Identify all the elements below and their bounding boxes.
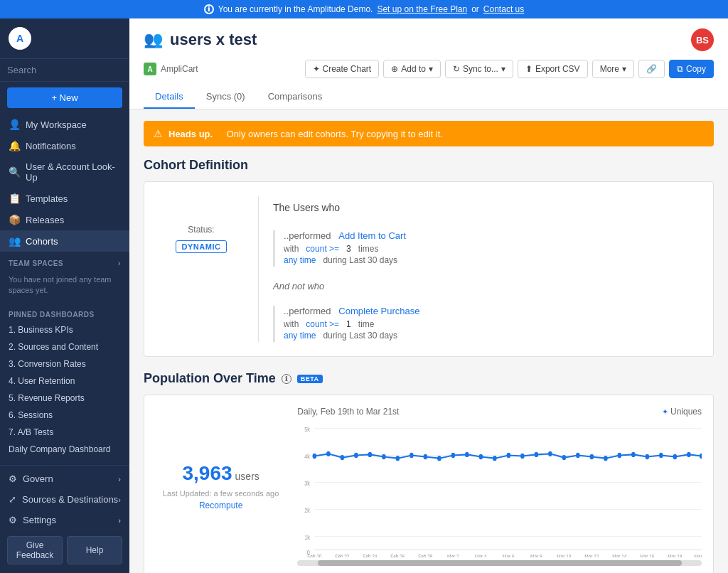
export-icon: ⬆ bbox=[525, 64, 532, 74]
pinned-item-conversion[interactable]: 3. Conversion Rates bbox=[0, 355, 129, 373]
svg-text:Feb 24: Feb 24 bbox=[363, 553, 378, 557]
tab-details[interactable]: Details bbox=[144, 85, 195, 109]
warning-banner: ⚠ Heads up. Only owners can edit cohorts… bbox=[144, 121, 714, 146]
content-area: ⚠ Heads up. Only owners can edit cohorts… bbox=[129, 109, 728, 573]
settings-icon: ⚙ bbox=[9, 515, 17, 525]
export-csv-button[interactable]: ⬆ Export CSV bbox=[518, 60, 588, 78]
svg-text:Feb 20: Feb 20 bbox=[308, 553, 322, 557]
population-title: Population Over Time bbox=[144, 371, 276, 386]
contact-us-link[interactable]: Contact us bbox=[483, 4, 524, 14]
sidebar-item-govern[interactable]: ⚙ Govern › bbox=[0, 468, 129, 489]
sidebar-item-releases[interactable]: 📦 Releases bbox=[0, 209, 129, 230]
svg-point-32 bbox=[590, 454, 594, 459]
tabs-row: Details Syncs (0) Comparisons bbox=[144, 85, 714, 109]
sidebar-search-container: 🔍 bbox=[0, 59, 129, 82]
warning-icon: ⚠ bbox=[154, 128, 163, 139]
sidebar-item-workspace[interactable]: 👤 My Workspace bbox=[0, 114, 129, 135]
pinned-item-ab-tests[interactable]: 7. A/B Tests bbox=[0, 424, 129, 441]
pinned-item-sessions[interactable]: 6. Sessions bbox=[0, 407, 129, 424]
svg-point-27 bbox=[520, 454, 525, 459]
team-spaces-chevron[interactable]: › bbox=[118, 259, 121, 267]
sidebar-label-workspace: My Workspace bbox=[26, 119, 87, 130]
svg-text:Mar 18: Mar 18 bbox=[668, 553, 682, 557]
search-input[interactable] bbox=[7, 65, 127, 75]
svg-point-26 bbox=[507, 453, 511, 458]
workspace-icon: 👤 bbox=[9, 119, 20, 130]
sync-chevron: ▾ bbox=[501, 64, 505, 74]
chart-scrollbar[interactable] bbox=[297, 560, 702, 566]
svg-point-13 bbox=[326, 451, 331, 456]
svg-point-14 bbox=[341, 455, 345, 460]
page-title-text: users x test bbox=[170, 31, 257, 49]
page-title: 👥 users x test bbox=[144, 31, 257, 49]
svg-text:Feb 22: Feb 22 bbox=[336, 553, 350, 557]
sidebar-item-templates[interactable]: 📋 Templates bbox=[0, 188, 129, 209]
svg-text:Mar 10: Mar 10 bbox=[557, 553, 572, 557]
create-chart-button[interactable]: ✦ Create Chart bbox=[305, 60, 380, 78]
sidebar-item-notifications[interactable]: 🔔 Notifications bbox=[0, 135, 129, 156]
svg-text:Mar 2: Mar 2 bbox=[447, 553, 459, 557]
tab-syncs[interactable]: Syncs (0) bbox=[195, 85, 257, 109]
breadcrumb-icon: A bbox=[144, 63, 156, 75]
population-stats: 3,963 users Last Updated: a few seconds … bbox=[156, 407, 286, 566]
pinned-item-revenue[interactable]: 5. Revenue Reports bbox=[0, 390, 129, 407]
pinned-item-sources[interactable]: 2. Sources and Content bbox=[0, 338, 129, 355]
more-button[interactable]: More ▾ bbox=[592, 60, 634, 78]
new-button[interactable]: + New bbox=[7, 87, 122, 108]
sources-icon: ⤢ bbox=[9, 494, 16, 505]
svg-text:4k: 4k bbox=[304, 452, 310, 460]
breadcrumb: A AmpliCart ✦ Create Chart ⊕ Add to ▾ ↻ … bbox=[144, 60, 714, 78]
svg-point-39 bbox=[687, 452, 691, 457]
breadcrumb-org: AmpliCart bbox=[161, 64, 198, 74]
top-banner: ℹ You are currently in the Amplitude Dem… bbox=[0, 0, 728, 18]
svg-point-30 bbox=[562, 455, 567, 460]
warning-detail: Only owners can edit cohorts. Try copyin… bbox=[227, 129, 443, 139]
svg-point-19 bbox=[410, 453, 414, 458]
more-chevron: ▾ bbox=[622, 64, 626, 74]
sidebar-item-settings[interactable]: ⚙ Settings › bbox=[0, 510, 129, 530]
recompute-button[interactable]: Recompute bbox=[199, 500, 242, 510]
svg-text:Mar 12: Mar 12 bbox=[585, 553, 599, 557]
pinned-item-biz-kpis[interactable]: 1. Business KPIs bbox=[0, 321, 129, 338]
svg-text:Feb 26: Feb 26 bbox=[391, 553, 405, 557]
pinned-item-retention[interactable]: 4. User Retention bbox=[0, 373, 129, 390]
sidebar-label-releases: Releases bbox=[26, 215, 64, 225]
add-to-button[interactable]: ⊕ Add to ▾ bbox=[383, 60, 441, 78]
sidebar-logo: A bbox=[0, 18, 129, 59]
svg-text:Mar 4: Mar 4 bbox=[475, 553, 487, 557]
users-who: The Users who bbox=[273, 196, 699, 219]
tab-comparisons[interactable]: Comparisons bbox=[257, 85, 334, 109]
sidebar-item-sources-destinations[interactable]: ⤢ Sources & Destinations › bbox=[0, 489, 129, 510]
help-button[interactable]: Help bbox=[67, 536, 122, 564]
svg-text:3k: 3k bbox=[304, 479, 310, 487]
settings-chevron: › bbox=[118, 516, 121, 525]
svg-text:1k: 1k bbox=[304, 533, 310, 541]
beta-badge: BETA bbox=[297, 375, 323, 383]
condition-block-2: ..performed Complete Purchase with count… bbox=[273, 306, 699, 342]
sidebar-item-user-account[interactable]: 🔍 User & Account Look-Up bbox=[0, 156, 129, 188]
give-feedback-button[interactable]: Give Feedback bbox=[7, 536, 63, 564]
copy-button[interactable]: ⧉ Copy bbox=[669, 60, 714, 78]
condition-2-title: ..performed Complete Purchase bbox=[284, 306, 699, 316]
free-plan-link[interactable]: Set up on the Free Plan bbox=[377, 4, 467, 14]
sync-to-button[interactable]: ↻ Sync to... ▾ bbox=[445, 60, 513, 78]
svg-text:2k: 2k bbox=[304, 506, 310, 514]
condition-1-detail-1: with count >= 3 times bbox=[284, 244, 699, 254]
cohort-conditions: The Users who ..performed Add Item to Ca… bbox=[273, 196, 699, 342]
chart-date-range: Daily, Feb 19th to Mar 21st bbox=[297, 407, 399, 417]
pinned-item-daily[interactable]: Daily Company Dashboard bbox=[0, 441, 129, 458]
info-icon[interactable]: ℹ bbox=[282, 374, 291, 384]
team-spaces-header: TEAM SPACES › bbox=[0, 252, 129, 270]
govern-chevron: › bbox=[118, 475, 121, 483]
svg-point-12 bbox=[313, 454, 317, 459]
svg-point-31 bbox=[576, 453, 580, 458]
templates-icon: 📋 bbox=[9, 193, 20, 204]
svg-text:5k: 5k bbox=[304, 425, 310, 433]
sidebar-item-cohorts[interactable]: 👥 Cohorts bbox=[0, 230, 129, 252]
chart-area: Daily, Feb 19th to Mar 21st ✦ Uniques 5k… bbox=[297, 407, 702, 566]
link-button[interactable]: 🔗 bbox=[638, 60, 665, 78]
svg-point-20 bbox=[424, 454, 428, 459]
sidebar-bottom: ⚙ Govern › ⤢ Sources & Destinations › ⚙ … bbox=[0, 465, 129, 573]
sync-icon: ↻ bbox=[453, 64, 460, 74]
sidebar-label-notifications: Notifications bbox=[26, 141, 76, 151]
